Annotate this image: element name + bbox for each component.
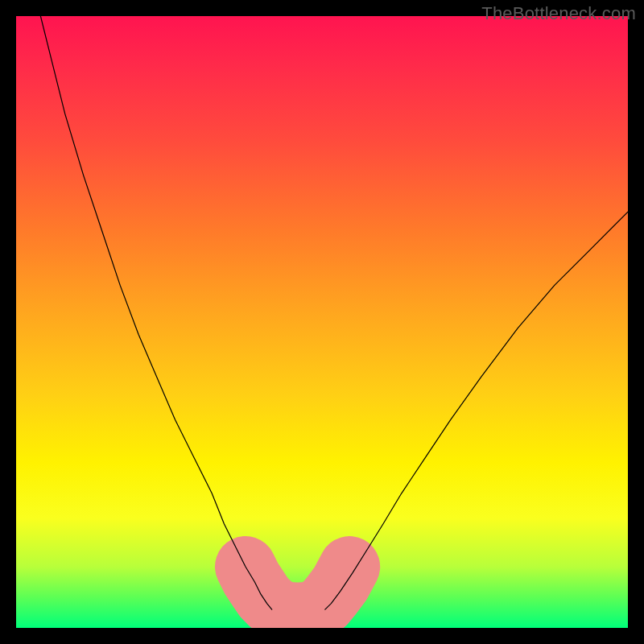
chart-frame: TheBottleneck.com: [0, 0, 644, 644]
watermark-text: TheBottleneck.com: [481, 3, 636, 24]
series-left-curve: [40, 16, 271, 609]
plot-area: [16, 16, 628, 628]
chart-svg: [16, 16, 628, 628]
series-bottom-trough: [246, 567, 349, 613]
